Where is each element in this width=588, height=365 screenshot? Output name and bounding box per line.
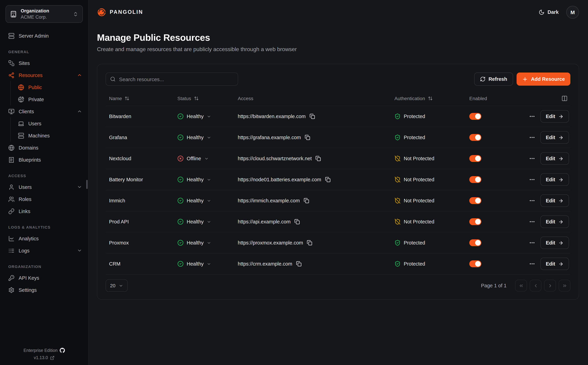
copy-url-button[interactable]: [294, 219, 300, 225]
row-menu-button[interactable]: [529, 134, 535, 140]
edit-button[interactable]: Edit: [540, 194, 569, 207]
arrow-right-icon: [558, 261, 563, 267]
copy-url-button[interactable]: [305, 135, 310, 140]
enabled-toggle[interactable]: [469, 197, 481, 204]
github-icon[interactable]: [60, 348, 65, 353]
edit-button[interactable]: Edit: [540, 258, 569, 270]
previous-page-button[interactable]: [530, 280, 541, 291]
enabled-toggle[interactable]: [469, 218, 481, 225]
sidebar-item-public[interactable]: Public: [11, 81, 88, 93]
main-content: PANGOLIN Dark M Manage Public Resources …: [89, 0, 588, 365]
sidebar-item-label: Domains: [19, 145, 38, 150]
status-label: Healthy: [187, 198, 204, 204]
sidebar-item-settings[interactable]: Settings: [0, 284, 88, 296]
chevrons-up-down-icon: [73, 11, 78, 17]
status-label: Healthy: [187, 240, 204, 246]
sidebar-item-resources[interactable]: Resources: [0, 69, 88, 81]
sidebar-item-users[interactable]: Users: [0, 181, 88, 193]
resource-url: https://crm.example.com: [238, 261, 292, 267]
copy-url-button[interactable]: [303, 198, 309, 204]
copy-url-button[interactable]: [325, 177, 331, 182]
edit-button[interactable]: Edit: [540, 152, 569, 165]
org-selector[interactable]: Organization ACME Corp.: [6, 5, 83, 23]
row-menu-button[interactable]: [529, 113, 535, 119]
sidebar-item-logs[interactable]: Logs: [0, 245, 88, 257]
status-dropdown[interactable]: Healthy: [177, 197, 211, 204]
enabled-toggle[interactable]: [469, 134, 481, 141]
row-menu-button[interactable]: [529, 240, 535, 246]
pangolin-logo-icon: [97, 7, 106, 17]
sidebar-item-server-admin[interactable]: Server Admin: [0, 30, 88, 42]
sidebar-item-domains[interactable]: Domains: [0, 141, 88, 154]
row-menu-button[interactable]: [529, 176, 535, 183]
sidebar-item-api-keys[interactable]: API Keys: [0, 272, 88, 284]
resource-name: Immich: [106, 198, 174, 204]
status-dropdown[interactable]: Healthy: [177, 113, 211, 119]
sidebar-scrollbar-thumb[interactable]: [86, 180, 88, 189]
status-dropdown[interactable]: Healthy: [177, 218, 211, 225]
sidebar-item-label: API Keys: [19, 275, 39, 281]
column-header-authentication[interactable]: Authentication: [391, 96, 466, 101]
copy-url-button[interactable]: [315, 156, 321, 161]
edit-button[interactable]: Edit: [540, 237, 569, 249]
status-dropdown[interactable]: Healthy: [177, 134, 211, 140]
edit-button[interactable]: Edit: [540, 173, 569, 186]
sidebar-item-label: Machines: [28, 133, 50, 138]
refresh-button[interactable]: Refresh: [474, 72, 513, 86]
top-header: PANGOLIN Dark M: [97, 0, 579, 24]
first-page-button[interactable]: [515, 280, 527, 291]
next-page-button[interactable]: [544, 280, 556, 291]
status-dropdown[interactable]: Offline: [177, 155, 209, 161]
sidebar-item-machines[interactable]: Machines: [11, 129, 88, 141]
copy-url-button[interactable]: [309, 114, 315, 119]
column-header-status[interactable]: Status: [174, 96, 234, 101]
column-header-name[interactable]: Name: [106, 96, 174, 101]
resource-url: https://immich.example.com: [238, 198, 300, 204]
enabled-toggle[interactable]: [469, 176, 481, 183]
enabled-toggle[interactable]: [469, 155, 481, 162]
status-dropdown[interactable]: Healthy: [177, 176, 211, 183]
enabled-toggle[interactable]: [469, 113, 481, 120]
theme-toggle[interactable]: Dark: [539, 9, 559, 15]
plus-icon: [522, 76, 528, 82]
external-link-icon[interactable]: [50, 356, 55, 360]
status-dropdown[interactable]: Healthy: [177, 240, 211, 246]
chevron-down-icon: [207, 219, 211, 224]
sidebar-item-sites[interactable]: Sites: [0, 57, 88, 69]
enabled-toggle[interactable]: [469, 260, 481, 267]
edit-button[interactable]: Edit: [540, 216, 569, 228]
status-dropdown[interactable]: Healthy: [177, 261, 211, 267]
row-menu-button[interactable]: [529, 197, 535, 204]
enabled-toggle[interactable]: [469, 239, 481, 246]
resource-name: Grafana: [106, 135, 174, 140]
copy-url-button[interactable]: [296, 261, 301, 267]
status-label: Healthy: [187, 114, 204, 119]
columns-view-button[interactable]: [561, 95, 568, 101]
sidebar-item-client-users[interactable]: Users: [11, 117, 88, 129]
sidebar-item-label: Server Admin: [19, 33, 49, 38]
row-menu-button[interactable]: [529, 218, 535, 225]
toggle-knob: [475, 156, 481, 161]
search-icon: [110, 76, 116, 82]
row-menu-button[interactable]: [529, 261, 535, 267]
app-logo[interactable]: PANGOLIN: [97, 7, 143, 17]
resource-name: Proxmox: [106, 240, 174, 246]
sidebar-item-roles[interactable]: Roles: [0, 193, 88, 205]
version-label: v1.13.0: [34, 355, 48, 360]
page-size-select[interactable]: 20: [106, 279, 128, 292]
add-resource-button[interactable]: Add Resource: [516, 72, 570, 86]
sidebar-item-label: Public: [28, 84, 42, 90]
copy-url-button[interactable]: [307, 240, 313, 246]
sidebar-item-blueprints[interactable]: Blueprints: [0, 154, 88, 166]
row-menu-button[interactable]: [529, 155, 535, 161]
search-input[interactable]: [119, 76, 234, 82]
last-page-button[interactable]: [559, 280, 570, 291]
sidebar-item-private[interactable]: Private: [11, 93, 88, 105]
table-row: GrafanaHealthyhttps://grafana.example.co…: [106, 127, 570, 148]
sidebar-item-links[interactable]: Links: [0, 205, 88, 217]
edit-button[interactable]: Edit: [540, 110, 569, 123]
edit-button[interactable]: Edit: [540, 131, 569, 144]
sidebar-item-clients[interactable]: Clients: [0, 105, 88, 117]
sidebar-item-analytics[interactable]: Analytics: [0, 232, 88, 245]
avatar[interactable]: M: [566, 6, 579, 19]
